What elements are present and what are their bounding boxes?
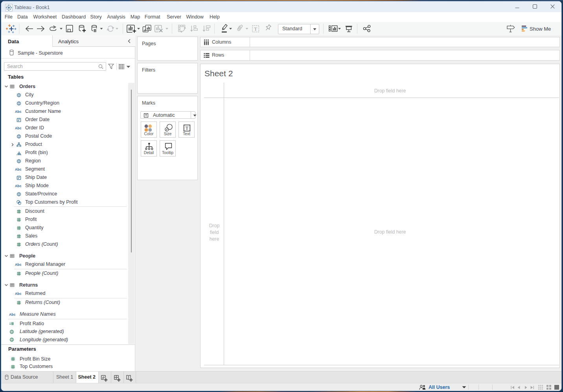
svg-text:T: T xyxy=(254,26,258,32)
svg-text:T: T xyxy=(186,125,189,131)
